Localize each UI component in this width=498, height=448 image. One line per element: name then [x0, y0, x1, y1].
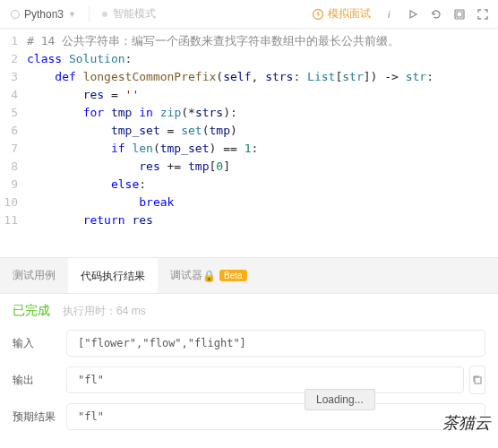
svg-rect-4	[475, 377, 481, 383]
info-button[interactable]: i	[378, 3, 401, 26]
svg-text:i: i	[388, 9, 391, 20]
tab-debugger[interactable]: 调试器 🔒Beta	[158, 258, 260, 293]
mock-interview-button[interactable]: 模拟面试	[312, 6, 371, 22]
tab-test-cases[interactable]: 测试用例	[0, 258, 68, 293]
expected-value: "fl"	[66, 403, 485, 430]
code-editor[interactable]: 1234567891011 # 14 公共字符串：编写一个函数来查找字符串数组中…	[0, 29, 498, 229]
reset-button[interactable]	[425, 3, 448, 26]
language-selector[interactable]: Python3 ▼	[4, 4, 83, 24]
divider	[89, 6, 90, 22]
top-toolbar: Python3 ▼ 智能模式 模拟面试 i	[0, 0, 498, 29]
output-value: "fl"	[66, 366, 464, 393]
status-text: 已完成	[13, 303, 50, 319]
code-content[interactable]: # 14 公共字符串：编写一个函数来查找字符串数组中的最长公共前缀。class …	[27, 32, 498, 229]
tab-exec-result[interactable]: 代码执行结果	[68, 258, 158, 293]
clock-icon	[312, 8, 324, 21]
watermark: 茶猫云	[442, 412, 491, 434]
language-icon	[11, 10, 20, 19]
smart-mode-label: 智能模式	[113, 6, 156, 22]
bottom-panel: 测试用例 代码执行结果 调试器 🔒Beta 已完成 执行用时：64 ms 输入 …	[0, 257, 498, 448]
svg-rect-3	[457, 12, 462, 17]
fullscreen-button[interactable]	[471, 3, 494, 26]
smart-mode-toggle[interactable]: 智能模式	[95, 3, 163, 25]
chevron-down-icon: ▼	[68, 10, 76, 19]
beta-badge: Beta	[219, 270, 247, 281]
language-label: Python3	[24, 8, 64, 21]
result-tabs: 测试用例 代码执行结果 调试器 🔒Beta	[0, 258, 498, 294]
results-area: 已完成 执行用时：64 ms 输入 ["flower","flow","flig…	[0, 294, 498, 448]
copy-button[interactable]	[469, 366, 485, 394]
expected-label: 预期结果	[13, 409, 66, 425]
runtime-text: 执行用时：64 ms	[63, 304, 146, 319]
run-button[interactable]	[401, 3, 425, 26]
input-value[interactable]: ["flower","flow","flight"]	[66, 330, 485, 357]
mock-interview-label: 模拟面试	[328, 6, 371, 22]
output-label: 输出	[13, 373, 66, 388]
loading-toast: Loading...	[305, 389, 375, 410]
dot-icon	[102, 12, 107, 17]
lock-icon: 🔒	[202, 270, 216, 282]
settings-button[interactable]	[448, 3, 471, 26]
input-label: 输入	[13, 336, 66, 351]
line-gutter: 1234567891011	[0, 32, 27, 229]
